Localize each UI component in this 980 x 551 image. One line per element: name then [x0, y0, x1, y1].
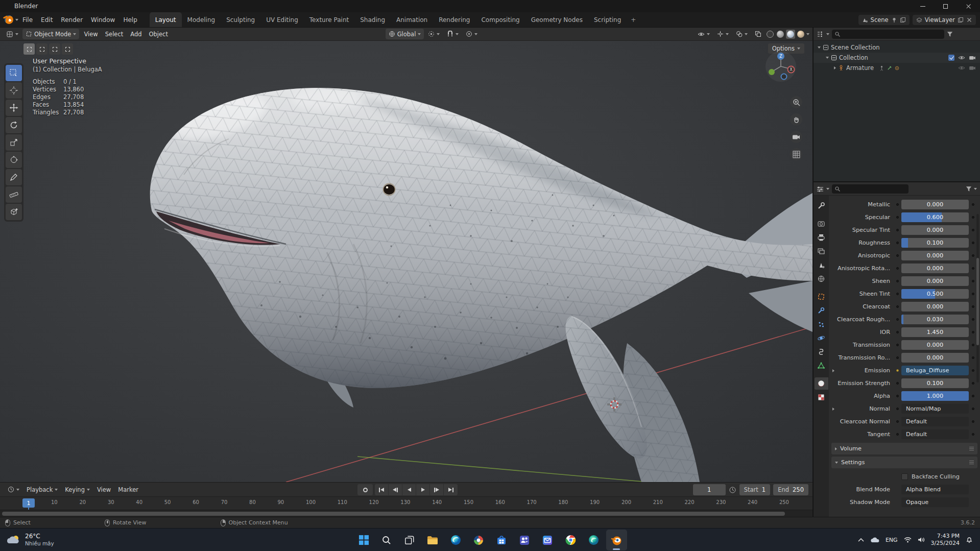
prev-keyframe-button[interactable] [389, 484, 402, 495]
wifi-icon[interactable] [904, 537, 912, 543]
transform-tool[interactable] [6, 152, 22, 168]
animate-dot[interactable] [969, 331, 977, 333]
orientation-dropdown[interactable]: Global [386, 29, 424, 39]
animate-dot[interactable] [969, 344, 977, 346]
auto-keying-button[interactable] [357, 484, 373, 495]
animate-dot[interactable] [969, 305, 977, 308]
blender-logo-icon[interactable] [5, 15, 13, 24]
playback-menu[interactable]: Playback [23, 483, 61, 496]
outliner-row-armature[interactable]: Armature [814, 63, 980, 73]
tab-tool[interactable] [815, 200, 828, 212]
decorator-dot[interactable] [893, 267, 901, 270]
outliner-editor-icon[interactable] [817, 31, 824, 37]
viewport-canvas[interactable]: Options User Perspective (1) Collection … [0, 41, 812, 482]
animate-dot[interactable] [969, 203, 977, 206]
shading-rendered-button[interactable] [796, 30, 805, 39]
workspace-tab[interactable]: Layout [150, 12, 182, 27]
snap-toggle[interactable] [444, 29, 462, 39]
menu-item[interactable]: Help [119, 12, 141, 27]
jump-to-start-button[interactable] [375, 484, 389, 495]
tab-modifiers[interactable] [815, 304, 828, 317]
backface-culling-checkbox[interactable] [901, 473, 908, 480]
new-scene-icon[interactable] [900, 17, 906, 23]
rotate-tool[interactable] [6, 117, 22, 133]
blend-mode-dropdown[interactable]: Alpha Blend [901, 485, 969, 494]
clock-widget[interactable]: 7:43 PM 3/25/2024 [931, 533, 960, 547]
drag-handle-icon[interactable] [969, 461, 974, 464]
mail-button[interactable] [537, 530, 558, 550]
onedrive-cloud-icon[interactable] [870, 537, 879, 543]
decorator-dot[interactable] [893, 420, 901, 423]
zoom-button[interactable] [790, 96, 802, 108]
workspace-tab[interactable]: Scripting [588, 12, 627, 27]
value-slider[interactable]: 0.000 [901, 302, 969, 312]
filter-icon[interactable] [947, 31, 953, 37]
properties-editor-caret-icon[interactable] [826, 188, 829, 190]
camera-view-button[interactable] [790, 131, 802, 143]
timeline-view-menu[interactable]: View [93, 483, 114, 496]
marker-menu[interactable]: Marker [114, 483, 142, 496]
value-slider[interactable]: 0.030 [901, 315, 969, 324]
value-slider[interactable]: 0.500 [901, 289, 969, 299]
decorator-dot[interactable] [893, 318, 901, 321]
add-workspace-button[interactable]: + [627, 16, 640, 23]
properties-scrollbar[interactable] [976, 214, 979, 382]
shading-solid-button[interactable] [776, 30, 785, 39]
shading-caret-icon[interactable] [806, 33, 809, 35]
blender-app-button[interactable] [606, 530, 627, 550]
workspace-tab[interactable]: UV Editing [260, 12, 304, 27]
filter-caret-icon[interactable] [974, 188, 977, 190]
value-slider[interactable]: 0.000 [901, 225, 969, 235]
keying-menu[interactable]: Keying [61, 483, 93, 496]
ortho-toggle-button[interactable] [790, 148, 802, 160]
decorator-dot[interactable] [893, 229, 901, 231]
decorator-dot[interactable] [893, 203, 901, 206]
annotate-tool[interactable] [6, 169, 22, 185]
animate-dot[interactable] [969, 254, 977, 257]
xray-toggle[interactable] [752, 29, 764, 39]
tab-render[interactable] [815, 218, 828, 230]
decorator-dot[interactable] [893, 331, 901, 333]
workspace-tab[interactable]: Shading [354, 12, 391, 27]
scale-tool[interactable] [6, 134, 22, 151]
shadow-mode-dropdown[interactable]: Opaque [901, 497, 969, 507]
chrome-button[interactable] [560, 530, 581, 550]
viewport-menu-item[interactable]: Add [127, 28, 145, 40]
play-reverse-button[interactable] [402, 484, 416, 495]
animate-dot[interactable] [969, 242, 977, 244]
editor-type-button[interactable] [3, 29, 21, 39]
animate-dot[interactable] [969, 318, 977, 321]
expand-caret-icon[interactable] [826, 57, 829, 59]
animate-dot[interactable] [969, 267, 977, 270]
preview-range-clock-icon[interactable] [729, 486, 736, 494]
maximize-button[interactable] [934, 0, 957, 12]
hide-eye-icon[interactable] [958, 55, 965, 60]
value-slider[interactable]: 0.000 [901, 263, 969, 273]
decorator-dot[interactable] [893, 280, 901, 282]
cursor-tool[interactable] [6, 82, 22, 99]
select-mode-extend-button[interactable] [36, 43, 47, 55]
move-tool[interactable] [6, 100, 22, 116]
viewport-menu-item[interactable]: Object [146, 28, 172, 40]
new-viewlayer-icon[interactable] [958, 17, 964, 23]
decorator-dot[interactable] [893, 293, 901, 295]
decorator-dot[interactable] [893, 305, 901, 308]
volume-icon[interactable] [918, 537, 925, 543]
animate-dot[interactable] [969, 408, 977, 410]
edge-button[interactable] [445, 530, 466, 550]
menu-item[interactable]: Edit [37, 12, 57, 27]
workspace-tab[interactable]: Sculpting [221, 12, 260, 27]
outliner-row-collection[interactable]: Collection [814, 53, 980, 63]
measure-tool[interactable] [6, 186, 22, 203]
decorator-dot[interactable] [893, 344, 901, 346]
value-slider[interactable]: 0.000 [901, 340, 969, 350]
timeline-ruler[interactable]: 1 10203040506070809010011012013014015016… [0, 496, 812, 510]
language-indicator[interactable]: ENG [886, 537, 898, 543]
properties-editor-icon[interactable] [817, 186, 824, 192]
gizmo-dropdown[interactable] [714, 29, 732, 39]
workspace-tab[interactable]: Geometry Nodes [525, 12, 588, 27]
outliner-search-input[interactable] [832, 30, 944, 39]
animate-dot[interactable] [969, 369, 977, 372]
mode-dropdown[interactable]: Object Mode [22, 29, 79, 39]
value-slider[interactable]: 0.000 [901, 276, 969, 286]
